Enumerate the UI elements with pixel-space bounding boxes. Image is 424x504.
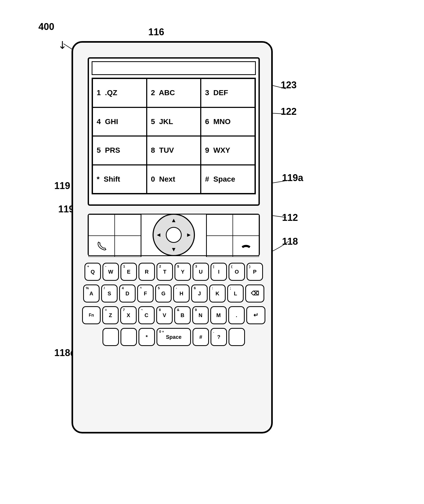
keyboard-row-2: %A /S 4D ^F 5G -H 6J :K ;L ⌫	[81, 284, 266, 303]
nav-right-cell-1	[207, 214, 233, 236]
call-icon	[96, 241, 107, 252]
label-122: 122	[281, 106, 297, 117]
key-empty-left2	[120, 328, 137, 346]
key-space[interactable]: 0 + Space	[157, 328, 191, 346]
key-k[interactable]: :K	[209, 284, 226, 303]
key-g[interactable]: 5G	[155, 284, 172, 303]
keyboard-row-1: +Q -W 1E R 2T $Y 3U |I (O )P	[81, 263, 266, 281]
screen-key-star[interactable]: * Shift	[92, 165, 147, 194]
dpad-down[interactable]: ▼	[171, 246, 177, 253]
key-fn[interactable]: Fn	[82, 306, 101, 324]
dpad-left[interactable]: ◄	[156, 231, 162, 238]
nav-call-button[interactable]	[88, 236, 115, 257]
key-t[interactable]: 2T	[157, 263, 173, 281]
key-r[interactable]: R	[139, 263, 155, 281]
key-x[interactable]: 7X	[120, 306, 137, 324]
key-u[interactable]: 3U	[193, 263, 209, 281]
nav-left-cell-4	[115, 236, 141, 257]
label-116: 116	[148, 27, 164, 38]
screen-key-0next[interactable]: 0 Next	[147, 165, 201, 194]
screen-keypad: 1 .QZ 2 ABC 3 DEF 4 GHI 5 JKL 6 MNO 5 PR…	[92, 78, 256, 194]
key-backspace[interactable]: ⌫	[245, 284, 264, 303]
key-v[interactable]: 8V	[156, 306, 173, 324]
label-118: 118	[282, 236, 298, 247]
key-h[interactable]: -H	[173, 284, 190, 303]
key-m[interactable]: M	[210, 306, 227, 324]
screen-key-9wxy[interactable]: 9 WXY	[201, 136, 255, 165]
nav-left-cell-1	[88, 214, 115, 236]
device-body: 1 .QZ 2 ABC 3 DEF 4 GHI 5 JKL 6 MNO 5 PR…	[72, 41, 273, 433]
key-s[interactable]: /S	[101, 284, 118, 303]
key-z[interactable]: =Z	[102, 306, 119, 324]
nav-right-cell-2	[233, 214, 259, 236]
screen-topbar	[92, 61, 256, 75]
nav-right-cell-3	[207, 236, 233, 257]
key-j[interactable]: 6J	[191, 284, 208, 303]
screen-key-7prs[interactable]: 5 PRS	[92, 136, 147, 165]
key-l[interactable]: ;L	[227, 284, 244, 303]
label-400: 400	[38, 21, 54, 32]
key-e[interactable]: 1E	[120, 263, 137, 281]
screen-key-8tuv[interactable]: 8 TUV	[147, 136, 201, 165]
key-empty-left1	[102, 328, 119, 346]
key-period[interactable]: .	[228, 306, 245, 324]
screen: 1 .QZ 2 ABC 3 DEF 4 GHI 5 JKL 6 MNO 5 PR…	[88, 57, 260, 206]
label-123: 123	[281, 80, 297, 91]
label-119a: 119a	[282, 172, 303, 183]
label-112: 112	[282, 212, 298, 223]
key-a[interactable]: %A	[83, 284, 100, 303]
key-y[interactable]: $Y	[175, 263, 191, 281]
nav-right	[206, 214, 259, 257]
key-question[interactable]: .?	[211, 328, 227, 346]
dpad-center[interactable]	[166, 227, 182, 243]
screen-key-2abc[interactable]: 2 ABC	[147, 78, 201, 107]
arrow-400: ↘	[55, 37, 70, 52]
key-p[interactable]: )P	[247, 263, 263, 281]
end-call-icon	[241, 241, 251, 252]
key-w[interactable]: -W	[102, 263, 119, 281]
screen-key-6mno[interactable]: 6 MNO	[201, 107, 255, 136]
keyboard-row-3: Fn =Z 7X ~C 8V &B 9N M . ↵	[81, 306, 266, 324]
nav-left	[88, 214, 141, 257]
diagram-container: 400 ↘ 116 123 122 119 119a 119b 112 118 …	[0, 0, 424, 504]
key-q[interactable]: +Q	[84, 263, 101, 281]
dpad[interactable]: ▲ ▼ ◄ ►	[153, 214, 195, 256]
screen-key-1qz[interactable]: 1 .QZ	[92, 78, 147, 107]
screen-key-5jkl[interactable]: 5 JKL	[147, 107, 201, 136]
key-hash[interactable]: #	[193, 328, 209, 346]
dpad-up[interactable]: ▲	[171, 217, 177, 224]
key-c[interactable]: ~C	[138, 306, 155, 324]
screen-key-hash[interactable]: # Space	[201, 165, 255, 194]
key-f[interactable]: ^F	[137, 284, 154, 303]
key-asterisk[interactable]: *	[139, 328, 155, 346]
nav-area: ▲ ▼ ◄ ►	[88, 214, 260, 256]
keyboard-row-4: * 0 + Space # .?	[81, 328, 266, 346]
keyboard-area: +Q -W 1E R 2T $Y 3U |I (O )P %A /S 4D ^F…	[81, 263, 266, 350]
nav-end-button[interactable]	[233, 236, 259, 257]
label-119: 119	[54, 180, 70, 191]
key-d[interactable]: 4D	[119, 284, 136, 303]
dpad-right[interactable]: ►	[186, 231, 192, 238]
key-o[interactable]: (O	[229, 263, 245, 281]
screen-key-3def[interactable]: 3 DEF	[201, 78, 255, 107]
nav-left-cell-2	[115, 214, 141, 236]
key-b[interactable]: &B	[174, 306, 191, 324]
screen-key-4ghi[interactable]: 4 GHI	[92, 107, 147, 136]
key-n[interactable]: 9N	[192, 306, 209, 324]
key-enter[interactable]: ↵	[246, 306, 265, 324]
key-i[interactable]: |I	[211, 263, 227, 281]
key-empty-right1	[229, 328, 245, 346]
